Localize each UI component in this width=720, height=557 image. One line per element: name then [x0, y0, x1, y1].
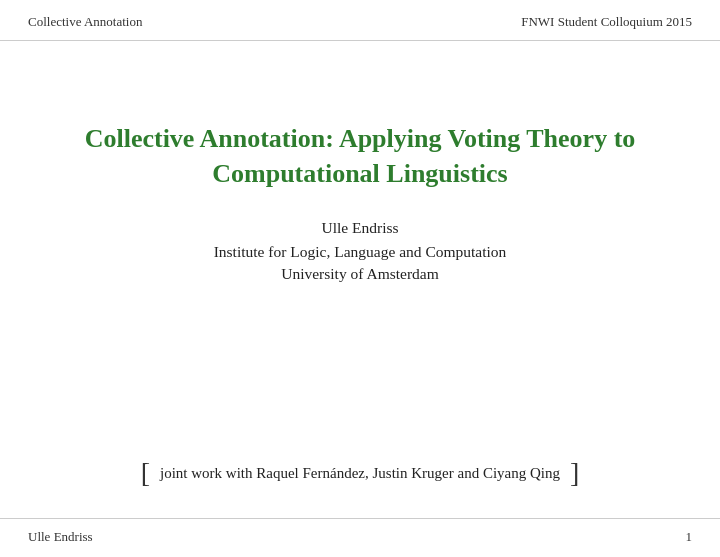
author-name: Ulle Endriss [321, 219, 398, 237]
main-content: Collective Annotation: Applying Voting T… [0, 91, 720, 303]
slide-header: Collective Annotation FNWI Student Collo… [0, 0, 720, 41]
title-line1: Collective Annotation: Applying Voting T… [85, 124, 636, 153]
bracket-left-icon: [ [141, 459, 150, 487]
header-left-label: Collective Annotation [28, 14, 142, 30]
author-university: University of Amsterdam [281, 265, 439, 283]
title-line2: Computational Linguistics [212, 159, 507, 188]
slide-footer: Ulle Endriss 1 [0, 518, 720, 557]
header-right-label: FNWI Student Colloquium 2015 [521, 14, 692, 30]
footer-page-number: 1 [686, 529, 693, 545]
bracket-right-icon: ] [570, 459, 579, 487]
presentation-title: Collective Annotation: Applying Voting T… [85, 121, 636, 191]
footer-author-label: Ulle Endriss [28, 529, 93, 545]
joint-work-box: [ joint work with Raquel Fernández, Just… [141, 459, 580, 487]
joint-work-text: joint work with Raquel Fernández, Justin… [160, 465, 560, 482]
author-institute: Institute for Logic, Language and Comput… [214, 243, 507, 261]
slide: Collective Annotation FNWI Student Collo… [0, 0, 720, 557]
